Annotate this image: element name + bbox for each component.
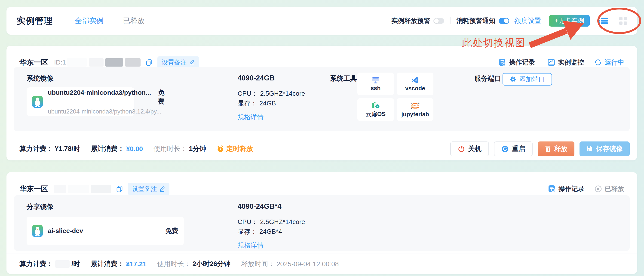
yunfei-os-icon — [372, 102, 380, 109]
timed-release-link[interactable]: 定时释放 — [216, 144, 253, 154]
redacted-id-block — [68, 185, 89, 193]
billing-rate: 算力计费： /时 — [20, 259, 80, 268]
image-section-title: 系统镜像 — [26, 74, 54, 83]
status-badge: 已释放 — [594, 184, 624, 193]
divider — [450, 17, 450, 24]
divider — [614, 18, 614, 24]
consumed-total: 累计消费： ¥17.21 — [90, 259, 146, 268]
usage-duration: 使用时长： 1分钟 — [154, 144, 206, 154]
release-alert-label: 实例释放预警 — [391, 16, 430, 25]
ports-section-title: 服务端口 — [474, 74, 501, 83]
redacted-billing-block — [55, 260, 70, 268]
vscode-icon — [411, 76, 419, 84]
release-button[interactable]: 释放 — [538, 142, 574, 156]
card-footer: 算力计费： /时 累计消费： ¥17.21 使用时长： 2小时26分钟 释放时间… — [6, 254, 637, 274]
image-card[interactable]: ubuntu2204-miniconda3/python... 免费 ubunt… — [26, 88, 134, 116]
region-label: 华东一区 — [20, 58, 48, 67]
spec-column: 4090-24GB*4 CPU：2.5GHZ*14core 显存：24GB*4 … — [238, 202, 305, 250]
tab-all-instances[interactable]: 全部实例 — [75, 16, 104, 26]
image-price-tag: 免费 — [158, 226, 178, 235]
image-price-tag: 免费 — [151, 88, 164, 106]
redacted-id-block — [89, 58, 104, 66]
pencil-icon — [189, 60, 195, 66]
instance-card-released: 华东一区 设置备注 操作记录 已释放 — [6, 172, 637, 274]
instance-card-running: 华东一区 ID:1 设置备注 操作记录 实例监控 — [6, 46, 637, 160]
vram-spec: 显存：24GB*4 — [238, 227, 305, 236]
save-floppy-icon — [586, 146, 593, 152]
view-switcher — [598, 17, 627, 25]
status-badge: 运行中 — [594, 58, 624, 67]
operation-log-link[interactable]: 操作记录 — [498, 58, 535, 67]
alarm-clock-icon — [216, 145, 224, 152]
power-icon — [458, 145, 465, 152]
add-port-button[interactable]: 添加端口 — [502, 73, 552, 86]
quota-setting-link[interactable]: 额度设置 — [514, 16, 541, 26]
cpu-spec: CPU：2.5GHZ*14core — [238, 217, 305, 227]
restart-button[interactable]: 重启 — [494, 142, 532, 156]
list-view-icon[interactable] — [598, 17, 609, 25]
save-image-button[interactable]: 保存镜像 — [580, 142, 630, 156]
instance-management-page: 实例管理 全部实例 已释放 实例释放预警 消耗预警通知 额度设置 +无卡实例 此… — [0, 0, 644, 276]
consume-alert-label: 消耗预警通知 — [456, 16, 495, 25]
redacted-id-block — [90, 185, 111, 193]
redacted-id-block — [105, 58, 123, 66]
spec-detail-link[interactable]: 规格详情 — [238, 113, 264, 122]
set-note-label: 设置备注 — [162, 58, 186, 66]
gear-icon — [510, 76, 516, 83]
svg-text:jupyter lab: jupyter lab — [411, 105, 419, 107]
spec-column: 4090-24GB CPU：2.5GHZ*14core 显存：24GB 规格详情 — [238, 74, 305, 122]
page-title: 实例管理 — [17, 15, 53, 27]
image-card[interactable]: ai-slice-dev 免费 — [26, 216, 184, 245]
annotation-label: 此处切换视图 — [462, 36, 526, 50]
pencil-icon — [159, 186, 165, 192]
instance-detail-panel: 分享镜像 ai-slice-dev 免费 4090-24GB*4 CPU：2.5… — [14, 195, 630, 251]
instance-id-label: ID:1 — [54, 59, 66, 66]
consume-alert-toggle[interactable] — [498, 18, 509, 24]
copy-id-icon[interactable] — [146, 59, 153, 66]
released-stop-icon — [594, 185, 602, 192]
action-buttons: 关机 重启 释放 保存镜像 — [450, 142, 630, 156]
release-time: 释放时间： 2025-09-04 12:00:08 — [241, 259, 339, 268]
card-header-actions: 操作记录 已释放 — [548, 184, 624, 193]
linux-penguin-icon — [32, 96, 43, 108]
instance-monitor-link[interactable]: 实例监控 — [548, 58, 584, 67]
tools-grid: ssh vscode 云扉OS jupyter lab jupyterlab — [357, 72, 434, 121]
image-name: ai-slice-dev — [48, 227, 83, 234]
jupyterlab-icon: jupyter lab — [410, 102, 420, 110]
card-header-actions: 操作记录 实例监控 运行中 — [498, 58, 624, 67]
card-header: 华东一区 设置备注 操作记录 已释放 — [6, 172, 637, 198]
operation-log-icon — [498, 58, 506, 66]
grid-view-icon[interactable] — [619, 17, 627, 25]
header-bar: 实例管理 全部实例 已释放 实例释放预警 消耗预警通知 额度设置 +无卡实例 — [6, 7, 637, 35]
spec-detail-link[interactable]: 规格详情 — [238, 241, 264, 250]
release-alert-toggle[interactable] — [434, 18, 444, 24]
tool-yunfei-os[interactable]: 云扉OS — [357, 98, 394, 121]
redacted-id-block — [67, 58, 87, 66]
new-instance-button[interactable]: +无卡实例 — [549, 15, 590, 26]
gpu-spec: 4090-24GB*4 — [238, 202, 305, 210]
ssh-terminal-icon — [371, 76, 380, 84]
monitor-chart-icon — [548, 58, 555, 66]
set-note-label: 设置备注 — [132, 185, 157, 193]
redacted-id-block — [54, 185, 66, 193]
usage-duration: 使用时长： 2小时26分钟 — [157, 259, 230, 268]
tool-jupyterlab[interactable]: jupyter lab jupyterlab — [397, 98, 434, 121]
tool-vscode[interactable]: vscode — [397, 72, 434, 95]
set-note-button[interactable]: 设置备注 — [158, 56, 199, 68]
trash-icon — [544, 146, 551, 152]
restart-icon — [502, 145, 509, 152]
set-note-button[interactable]: 设置备注 — [128, 183, 170, 195]
card-footer: 算力计费： ¥1.78/时 累计消费： ¥0.00 使用时长： 1分钟 定时释放… — [6, 137, 637, 160]
image-name: ubuntu2204-miniconda3/python... — [48, 89, 151, 96]
tools-section-title: 系统工具 — [330, 74, 357, 83]
cpu-spec: CPU：2.5GHZ*14core — [238, 89, 305, 98]
tab-released[interactable]: 已释放 — [123, 16, 144, 26]
tool-ssh[interactable]: ssh — [357, 72, 394, 95]
header-controls: 实例释放预警 消耗预警通知 额度设置 +无卡实例 — [391, 15, 627, 26]
shutdown-button[interactable]: 关机 — [450, 142, 489, 156]
copy-id-icon[interactable] — [116, 185, 123, 192]
vram-spec: 显存：24GB — [238, 98, 305, 108]
operation-log-icon — [548, 185, 556, 193]
divider — [541, 59, 541, 66]
operation-log-link[interactable]: 操作记录 — [548, 184, 584, 193]
